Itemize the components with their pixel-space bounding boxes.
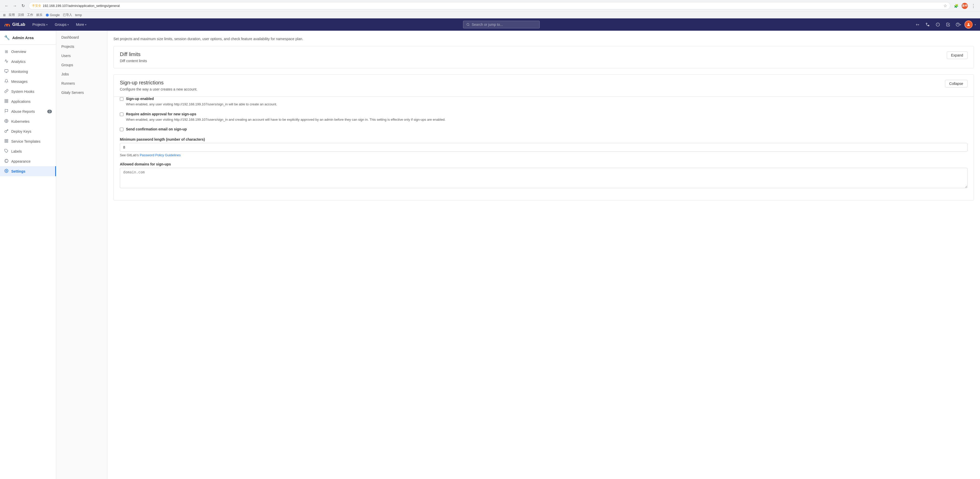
svg-rect-10	[5, 70, 8, 72]
search-box[interactable]	[463, 21, 540, 29]
secondary-nav-projects[interactable]: Projects	[56, 42, 107, 51]
sidebar-item-settings[interactable]: Settings	[0, 166, 56, 176]
kubernetes-icon	[4, 119, 9, 124]
nav-groups[interactable]: Groups ▾	[52, 21, 72, 29]
svg-rect-19	[5, 139, 6, 141]
send-confirmation-checkbox[interactable]	[120, 128, 123, 131]
sidebar-item-system-hooks[interactable]: System Hooks	[0, 86, 56, 96]
security-warning: 不安全	[32, 3, 41, 8]
main-content-area: Set projects and maximum size limits, se…	[107, 31, 980, 479]
merge-requests-icon	[926, 22, 930, 27]
menu-button[interactable]: ⋮	[970, 2, 977, 10]
send-confirmation-group: Send confirmation email on sign-up	[120, 127, 967, 132]
user-icon	[966, 22, 970, 27]
password-policy-link[interactable]: Password Policy Guidelines	[140, 153, 181, 157]
sidebar-item-service-templates[interactable]: Service Templates	[0, 136, 56, 146]
help-button[interactable]: ▾	[954, 21, 963, 29]
monitoring-icon	[4, 69, 9, 74]
svg-point-0	[46, 14, 49, 17]
new-item-chevron: ▾	[918, 23, 919, 26]
refresh-button[interactable]: ↻	[19, 2, 27, 10]
address-bar[interactable]: 不安全 ☆	[29, 2, 950, 10]
browser-toolbar: ← → ↻ 不安全 ☆ 🧩 发件 ⋮	[0, 0, 980, 11]
min-password-input[interactable]	[120, 143, 967, 152]
secondary-nav-jobs[interactable]: Jobs	[56, 70, 107, 79]
svg-rect-21	[5, 141, 6, 142]
bookmark-temp[interactable]: temp	[75, 13, 82, 17]
secondary-nav-users[interactable]: Users	[56, 51, 107, 61]
signup-enabled-checkbox[interactable]	[120, 97, 123, 101]
min-password-label: Minimum password length (number of chara…	[120, 137, 967, 141]
sidebar-item-kubernetes[interactable]: Kubernetes	[0, 117, 56, 126]
sidebar-item-labels[interactable]: Labels	[0, 146, 56, 156]
sidebar-item-applications[interactable]: Applications	[0, 96, 56, 106]
send-confirmation-label[interactable]: Send confirmation email on sign-up	[126, 127, 187, 132]
bookmark-apps[interactable]: 应用	[9, 13, 15, 17]
todo-button[interactable]	[944, 21, 952, 29]
sidebar-item-appearance[interactable]: Appearance	[0, 156, 56, 166]
sidebar-item-overview[interactable]: ⊞ Overview	[0, 47, 56, 56]
diff-limits-description: Diff content limits	[120, 59, 147, 63]
appearance-icon	[4, 159, 9, 164]
issues-button[interactable]	[934, 21, 942, 29]
secondary-nav-runners[interactable]: Runners	[56, 79, 107, 88]
svg-rect-14	[6, 99, 8, 101]
sidebar-item-monitoring[interactable]: Monitoring	[0, 67, 56, 77]
secondary-nav-gitaly-servers[interactable]: Gitaly Servers	[56, 88, 107, 97]
nav-projects[interactable]: Projects ▾	[29, 21, 51, 29]
bookmark-google[interactable]: Google	[46, 13, 60, 17]
system-hooks-icon	[4, 89, 9, 94]
signup-restrictions-description: Configure the way a user creates a new a…	[120, 87, 197, 91]
apps-icon[interactable]: ⊞	[3, 13, 6, 17]
sidebar-item-label-appearance: Appearance	[11, 159, 31, 163]
projects-chevron: ▾	[46, 23, 48, 26]
user-chevron[interactable]: ▾	[975, 23, 976, 26]
require-admin-label[interactable]: Require admin approval for new sign-ups …	[126, 112, 445, 122]
url-input[interactable]	[43, 4, 942, 8]
require-admin-checkbox[interactable]	[120, 113, 123, 116]
min-password-group: Minimum password length (number of chara…	[120, 137, 967, 157]
allowed-domains-label: Allowed domains for sign-ups	[120, 162, 967, 166]
diff-limits-header-left: Diff limits Diff content limits	[120, 51, 147, 63]
browser-chrome: ← → ↻ 不安全 ☆ 🧩 发件 ⋮ ⊞ 应用 汉得 工作 娱乐 Google …	[0, 0, 980, 18]
signup-enabled-group: Sign-up enabled When enabled, any user v…	[120, 97, 967, 107]
browser-nav-buttons: ← → ↻	[3, 2, 27, 10]
allowed-domains-textarea[interactable]	[120, 168, 967, 188]
signup-restrictions-body: Sign-up enabled When enabled, any user v…	[114, 97, 974, 200]
signup-restrictions-collapse-button[interactable]: Collapse	[945, 80, 967, 88]
sidebar-item-label-abuse-reports: Abuse Reports	[11, 109, 35, 113]
forward-button[interactable]: →	[11, 2, 18, 10]
sidebar-item-messages[interactable]: Messages	[0, 77, 56, 86]
sidebar-item-deploy-keys[interactable]: Deploy Keys	[0, 126, 56, 136]
bookmark-imported[interactable]: 已导入	[63, 13, 72, 17]
google-icon	[46, 13, 49, 17]
search-input[interactable]	[472, 22, 536, 27]
bookmark-entertainment[interactable]: 娱乐	[36, 13, 43, 17]
sidebar-item-label-applications: Applications	[11, 99, 31, 104]
gitlab-logo[interactable]: GitLab	[4, 21, 25, 28]
svg-point-25	[6, 170, 7, 171]
bookmark-work[interactable]: 工作	[27, 13, 33, 17]
sidebar-item-abuse-reports[interactable]: Abuse Reports 0	[0, 106, 56, 117]
signup-enabled-label[interactable]: Sign-up enabled When enabled, any user v…	[126, 97, 277, 107]
bookmark-hande[interactable]: 汉得	[18, 13, 24, 17]
new-item-button[interactable]: + ▾	[913, 21, 921, 29]
nav-more[interactable]: More ▾	[73, 21, 89, 29]
groups-chevron: ▾	[67, 23, 69, 26]
signup-restrictions-header-left: Sign-up restrictions Configure the way a…	[120, 80, 197, 91]
sidebar-item-analytics[interactable]: Analytics	[0, 56, 56, 67]
admin-area-title: Admin Area	[12, 35, 34, 40]
user-avatar-button[interactable]	[964, 21, 973, 29]
secondary-nav-groups[interactable]: Groups	[56, 61, 107, 70]
allowed-domains-group: Allowed domains for sign-ups	[120, 162, 967, 189]
extensions-button[interactable]: 🧩	[952, 2, 959, 10]
merge-requests-button[interactable]	[924, 21, 932, 29]
signup-restrictions-header: Sign-up restrictions Configure the way a…	[114, 75, 974, 96]
sidebar-item-label-system-hooks: System Hooks	[11, 89, 34, 94]
profile-button[interactable]: 发件	[961, 2, 968, 10]
sidebar-item-label-overview: Overview	[11, 49, 26, 54]
secondary-nav-dashboard[interactable]: Dashboard	[56, 33, 107, 42]
back-button[interactable]: ←	[3, 2, 10, 10]
diff-limits-expand-button[interactable]: Expand	[947, 51, 967, 59]
star-icon[interactable]: ☆	[943, 3, 947, 8]
